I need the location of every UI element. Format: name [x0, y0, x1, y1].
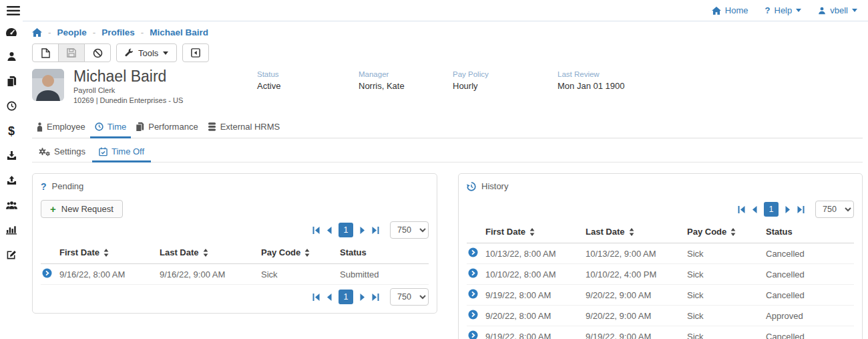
table-cell: 9/16/22, 8:00 AM	[58, 264, 158, 285]
sidebar-item-teams[interactable]	[6, 199, 17, 211]
help-menu[interactable]: ? Help	[765, 5, 802, 15]
column-header-first-date[interactable]: First Date	[58, 241, 158, 264]
next-page-button[interactable]	[360, 227, 365, 234]
table-cell: 9/19/22, 8:00 AM	[484, 285, 584, 306]
pending-title-label: Pending	[52, 181, 84, 191]
current-page[interactable]: 1	[339, 290, 353, 304]
sort-icon	[629, 228, 634, 236]
chevron-circle-right-icon	[468, 310, 478, 320]
column-header-pay-code[interactable]: Pay Code	[260, 241, 339, 264]
field-pay-policy: Pay Policy Hourly	[453, 70, 489, 91]
sidebar-item-documents[interactable]	[7, 75, 17, 88]
employee-org: 10269 | Dunedin Enterprises - US	[73, 96, 863, 104]
field-last-review: Last Review Mon Jan 01 1900	[558, 70, 624, 91]
sidebar-item-reports[interactable]	[6, 223, 17, 236]
table-cell: Sick	[686, 306, 765, 326]
history-panel-title: History	[467, 181, 854, 191]
page-size-select[interactable]: 750	[390, 288, 429, 306]
subtab-label: Settings	[54, 146, 85, 156]
breadcrumb-item-current[interactable]: Michael Baird	[150, 27, 208, 37]
column-header-last-date[interactable]: Last Date	[584, 221, 686, 243]
breadcrumb-item-profiles[interactable]: Profiles	[101, 27, 135, 37]
save-button[interactable]	[58, 43, 85, 62]
column-header-last-date[interactable]: Last Date	[158, 241, 260, 264]
sidebar-item-export[interactable]	[7, 174, 17, 187]
chevron-circle-right-icon	[468, 289, 478, 299]
next-page-icon	[360, 227, 365, 234]
plus-icon: +	[50, 204, 56, 214]
current-page[interactable]: 1	[764, 202, 779, 217]
table-cell: Approved	[765, 306, 854, 326]
cancel-button[interactable]	[84, 43, 111, 62]
caret-down-icon	[852, 9, 857, 12]
new-request-button[interactable]: + New Request	[41, 200, 123, 218]
expand-row-button[interactable]	[468, 268, 478, 278]
sidebar-item-people[interactable]	[7, 50, 17, 63]
expand-row-button[interactable]	[468, 310, 478, 320]
subtab-label: Time Off	[112, 146, 144, 156]
first-page-icon	[738, 206, 745, 213]
column-header-first-date[interactable]: First Date	[484, 221, 584, 243]
chevron-circle-right-icon	[468, 268, 478, 278]
first-page-button[interactable]	[738, 206, 745, 213]
prev-page-button[interactable]	[327, 227, 332, 234]
sidebar-item-import[interactable]	[7, 149, 17, 162]
subtab-time-off[interactable]: Time Off	[92, 142, 151, 162]
tab-external-hrms[interactable]: External HRMS	[203, 118, 285, 138]
subtab-settings[interactable]: Settings	[32, 142, 92, 162]
new-record-button[interactable]	[32, 43, 59, 62]
copy-icon	[7, 76, 17, 87]
next-page-button[interactable]	[360, 294, 365, 301]
first-page-button[interactable]	[312, 227, 320, 234]
sidebar-item-payroll[interactable]: $	[8, 124, 15, 137]
sidebar-item-dashboard[interactable]	[5, 25, 17, 38]
page-size-select[interactable]: 750	[815, 201, 854, 218]
last-page-button[interactable]	[372, 227, 379, 234]
menu-toggle-button[interactable]	[7, 5, 20, 16]
tab-employee[interactable]: Employee	[32, 118, 90, 138]
tab-performance[interactable]: Performance	[131, 118, 202, 138]
breadcrumb-home-link[interactable]	[32, 28, 42, 37]
column-header-pay-code[interactable]: Pay Code	[686, 221, 765, 243]
expand-row-button[interactable]	[42, 268, 52, 278]
home-link[interactable]: Home	[712, 5, 748, 15]
pending-table: First Date Last Date Pay Code Status 9/1…	[41, 241, 429, 285]
collapse-panel-button[interactable]	[182, 43, 209, 62]
tab-label: External HRMS	[220, 122, 280, 132]
last-page-icon	[797, 206, 805, 213]
edit-icon	[7, 249, 17, 259]
person-icon	[37, 122, 43, 132]
profile-tabs: Employee Time Performance External HRMS	[32, 118, 863, 138]
breadcrumb-item-people[interactable]: People	[57, 27, 87, 37]
expand-row-button[interactable]	[468, 289, 478, 299]
current-page[interactable]: 1	[339, 223, 353, 237]
tools-dropdown-button[interactable]: Tools	[116, 43, 177, 62]
expand-column-header	[467, 221, 484, 243]
table-cell: 9/16/22, 9:00 AM	[158, 264, 260, 285]
pending-panel: ? Pending + New Request 1 750 First D	[32, 173, 437, 314]
sidebar-item-forms[interactable]	[7, 248, 17, 261]
table-cell: Sick	[260, 264, 339, 285]
table-cell: Sick	[686, 326, 765, 339]
last-page-button[interactable]	[797, 206, 805, 213]
prev-page-button[interactable]	[752, 206, 757, 213]
employee-avatar	[32, 69, 64, 101]
field-status-label: Status	[257, 70, 280, 78]
pending-pagination-top: 1 750	[41, 221, 429, 239]
expand-row-button[interactable]	[468, 330, 478, 339]
sort-icon	[730, 228, 736, 236]
first-page-button[interactable]	[312, 294, 320, 301]
pending-pagination-bottom: 1 750	[41, 288, 429, 306]
prev-page-button[interactable]	[327, 294, 332, 301]
page-size-select[interactable]: 750	[390, 221, 429, 239]
next-page-button[interactable]	[785, 206, 791, 213]
expand-row-button[interactable]	[468, 247, 478, 257]
next-page-icon	[785, 206, 791, 213]
tab-time[interactable]: Time	[90, 118, 131, 138]
last-page-button[interactable]	[372, 294, 379, 301]
user-menu[interactable]: vbell	[818, 5, 857, 15]
dollar-icon: $	[8, 125, 15, 137]
expand-column-header	[41, 241, 58, 264]
table-cell: Submitted	[339, 264, 429, 285]
sidebar-item-time[interactable]	[7, 100, 17, 112]
